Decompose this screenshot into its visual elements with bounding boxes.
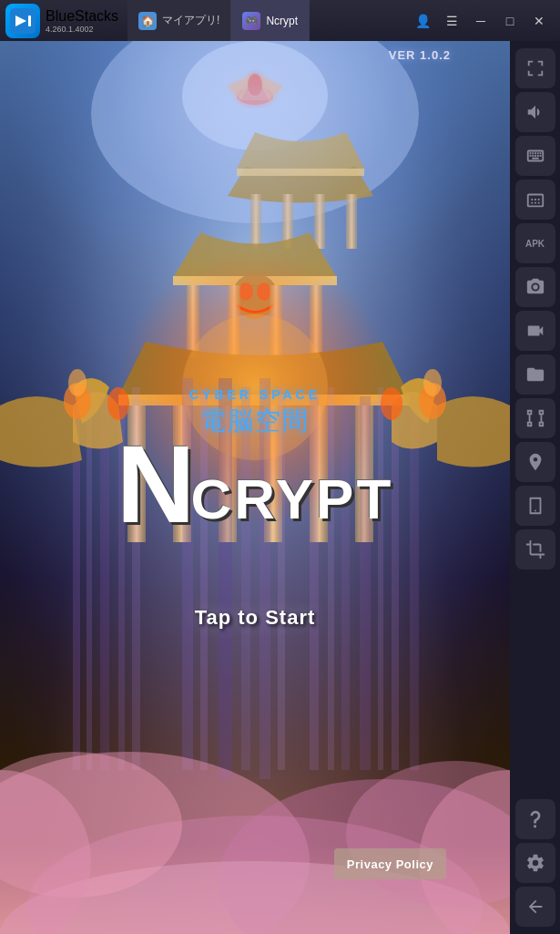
tap-to-start[interactable]: Tap to Start: [195, 606, 316, 630]
location-button[interactable]: [515, 442, 555, 482]
screenshot-button[interactable]: [515, 267, 555, 307]
volume-button[interactable]: [515, 92, 555, 132]
privacy-policy-button[interactable]: Privacy Policy: [334, 848, 446, 879]
myapp-icon: 🏠: [138, 12, 157, 30]
ncrypt-logo: N CRYPT: [82, 429, 428, 539]
game-area[interactable]: VER 1.0.2 CYBER SPACE 電脳空間 N CRYPT Tap t…: [0, 41, 510, 934]
logo-crypt: CRYPT: [190, 467, 393, 531]
cyber-space-label: CYBER SPACE: [82, 387, 428, 402]
tab-bar: 🏠 マイアプリ! 🎮 Ncrypt: [127, 0, 402, 41]
maximize-button[interactable]: □: [496, 9, 524, 32]
titlebar: BlueStacks 4.260.1.4002 🏠 マイアプリ! 🎮 Ncryp…: [0, 0, 560, 41]
bluestacks-logo: [5, 4, 40, 38]
ncrypt-icon: 🎮: [242, 12, 260, 30]
logo-area: CYBER SPACE 電脳空間 N CRYPT: [82, 387, 428, 539]
tab-ncrypt[interactable]: 🎮 Ncrypt: [231, 0, 310, 41]
keyboard-button[interactable]: [515, 180, 555, 220]
profile-button[interactable]: 👤: [409, 9, 436, 32]
files-button[interactable]: [515, 354, 555, 395]
tap-to-start-label[interactable]: Tap to Start: [195, 606, 316, 629]
version-display: VER 1.0.2: [389, 48, 451, 62]
keyboard-macro-button[interactable]: [515, 136, 555, 176]
logo-n: N: [117, 429, 196, 539]
multi-instance-button[interactable]: [515, 398, 555, 438]
video-button[interactable]: [515, 311, 555, 351]
privacy-policy-label[interactable]: Privacy Policy: [347, 857, 433, 871]
tab-myapp-label: マイアプリ!: [162, 13, 219, 28]
phone-button[interactable]: [515, 486, 555, 526]
right-sidebar: APK: [510, 41, 560, 934]
settings-button[interactable]: [515, 843, 555, 883]
fullscreen-button[interactable]: [515, 48, 555, 88]
menu-button[interactable]: ☰: [438, 9, 465, 32]
bluestacks-info: BlueStacks 4.260.1.4002: [46, 8, 118, 34]
bluestacks-name: BlueStacks: [46, 8, 118, 25]
minimize-button[interactable]: ─: [467, 9, 494, 32]
tab-myapp[interactable]: 🏠 マイアプリ!: [127, 0, 231, 41]
bluestacks-version: 4.260.1.4002: [46, 25, 118, 34]
svg-rect-2: [28, 15, 31, 26]
sky-glow: [0, 41, 510, 314]
back-button[interactable]: [515, 887, 555, 927]
close-button[interactable]: ✕: [525, 9, 553, 32]
tab-ncrypt-label: Ncrypt: [266, 15, 298, 27]
window-controls: 👤 ☰ ─ □ ✕: [402, 9, 560, 32]
apk-button[interactable]: APK: [515, 223, 555, 263]
crop-button[interactable]: [515, 529, 555, 570]
help-button[interactable]: [515, 799, 555, 839]
